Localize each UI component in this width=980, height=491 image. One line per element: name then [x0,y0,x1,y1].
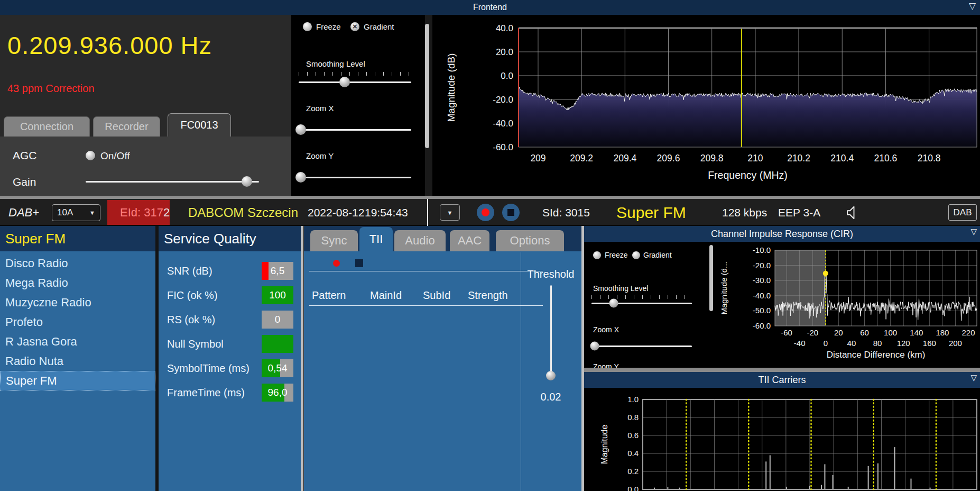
station-item[interactable]: Muzyczne Radio [0,293,155,312]
protection-label: EEP 3-A [778,199,820,226]
zoom-y-label: Zoom Y [306,151,334,160]
svg-text:-60: -60 [781,328,792,337]
station-item[interactable]: Profeto [0,312,155,332]
slider-thumb[interactable] [242,176,252,187]
panel-splitter[interactable] [584,368,980,372]
svg-text:Frequency (MHz): Frequency (MHz) [708,169,788,181]
smoothing-label: Smoothing Level [306,59,365,68]
speaker-icon[interactable] [845,205,861,223]
svg-text:Magnitude (dB): Magnitude (dB) [446,53,457,122]
collapse-triangle-icon[interactable]: ▽ [970,373,977,383]
gain-slider[interactable] [86,176,259,187]
service-quality-rows: SNR (dB)6,5FIC (ok %)100RS (ok %)0Null S… [159,259,301,405]
frontend-title: Frontend [473,3,507,12]
svg-text:-50.0: -50.0 [753,306,771,315]
service-quality-row: SNR (dB)6,5 [159,259,301,283]
agc-radio[interactable] [86,151,95,160]
stations-header: Super FM [0,226,155,251]
metric-label: FrameTime (ms) [167,387,245,399]
metric-badge: 6,5 [262,262,293,280]
cir-smoothing-slider[interactable] [591,297,692,309]
tab-sync[interactable]: Sync [310,230,358,251]
station-list: Disco RadioMega RadioMuzyczne RadioProfe… [0,253,155,390]
record-button[interactable] [477,204,494,221]
panel-scrollbar[interactable] [301,226,303,491]
tab-audio[interactable]: Audio [394,230,446,251]
frontend-spectrum-plot[interactable]: 40.020.00.0-20.0-40.0-60.0209209.2209.42… [432,15,980,196]
svg-text:220: 220 [962,328,975,337]
metric-badge: 96,0 [262,384,293,402]
tii-carriers-titlebar[interactable]: TII Carriers ▽ [584,372,980,388]
slider-thumb[interactable] [339,77,350,87]
zoom-y-slider[interactable] [299,171,411,183]
gradient-checkbox[interactable] [350,22,359,31]
service-quality-header: Service Quality [159,226,301,251]
slider-track [591,345,692,347]
svg-text:180: 180 [936,328,949,337]
slider-thumb[interactable] [590,342,599,351]
statusbar-separator [427,199,428,226]
frequency-display: 0.209.936.000 Hz [7,31,212,60]
tii-carriers-title: TII Carriers [759,375,806,386]
slider-thumb[interactable] [609,299,618,308]
metric-value: 0,54 [268,362,288,374]
cir-zoom-x-slider[interactable] [591,340,692,352]
dab-mode-label: DAB+ [8,199,39,226]
tab-recorder[interactable]: Recorder [93,116,160,137]
service-quality-row: FIC (ok %)100 [159,283,301,307]
metric-value: 0 [275,314,281,325]
station-item[interactable]: R Jasna Gora [0,332,155,351]
svg-text:Magnitude (d...: Magnitude (d... [719,261,728,314]
col-strength: Strength [468,289,508,302]
svg-text:20: 20 [834,328,843,337]
threshold-slider[interactable] [546,285,556,378]
header-underline [309,305,543,306]
slider-track [550,285,552,378]
svg-text:-40.0: -40.0 [493,119,513,129]
tii-carriers-plot[interactable]: 1.00.80.60.40.20.0Magnitude [584,388,980,491]
gradient-checkbox[interactable] [632,251,640,259]
svg-text:80: 80 [873,339,882,348]
tab-aac[interactable]: AAC [450,230,489,251]
channel-select[interactable]: 10A ▼ [52,204,100,221]
svg-text:210: 210 [747,153,763,163]
freeze-checkbox[interactable] [303,22,312,31]
date-label: 2022-08-12 [308,199,364,226]
zoom-x-slider[interactable] [299,124,411,135]
tii-status-icon [355,259,363,267]
tuner-panel: 0.209.936.000 Hz 43 ppm Correction Conne… [0,15,291,196]
station-item[interactable]: Disco Radio [0,253,155,273]
frontend-titlebar[interactable]: Frontend ▽ [0,0,980,15]
metric-value: 100 [269,289,286,301]
service-id: SId: 3015 [542,199,590,226]
station-item[interactable]: Radio Nuta [0,351,155,371]
stop-button[interactable] [502,204,520,221]
col-pattern: Pattern [312,289,346,302]
slider-thumb[interactable] [546,371,556,380]
service-dropdown-button[interactable]: ▼ [440,204,460,221]
threshold-value: 0.02 [520,391,581,403]
cir-plot[interactable]: -10.0-20.0-30.0-40.0-50.0-60.0-60-202060… [711,242,980,368]
service-quality-row: RS (ok %)0 [159,307,301,332]
slider-thumb[interactable] [295,124,306,135]
collapse-triangle-icon[interactable]: ▽ [969,1,976,12]
spectrum-scrollbar[interactable] [425,24,429,148]
tab-options[interactable]: Options [496,230,564,251]
tab-fc0013[interactable]: FC0013 [168,113,231,137]
current-service-name: Super FM [616,199,686,226]
service-quality-row: Null Symbol [159,332,301,356]
smoothing-slider[interactable] [299,76,411,88]
stations-panel: Super FM Disco RadioMega RadioMuzyczne R… [0,226,155,491]
station-item[interactable]: Mega Radio [0,273,155,293]
station-item[interactable]: Super FM [0,371,155,390]
service-quality-panel: Service Quality SNR (dB)6,5FIC (ok %)100… [159,226,301,491]
slider-track [299,129,411,131]
svg-text:209.6: 209.6 [657,153,680,163]
service-quality-row: SymbolTime (ms)0,54 [159,356,301,380]
cir-titlebar[interactable]: Channel Impulse Response (CIR) ▽ [584,226,980,242]
tab-tii[interactable]: TII [359,227,393,251]
collapse-triangle-icon[interactable]: ▽ [970,227,977,237]
freeze-checkbox[interactable] [593,251,601,259]
slider-thumb[interactable] [295,172,306,183]
tab-connection[interactable]: Connection [4,116,90,137]
